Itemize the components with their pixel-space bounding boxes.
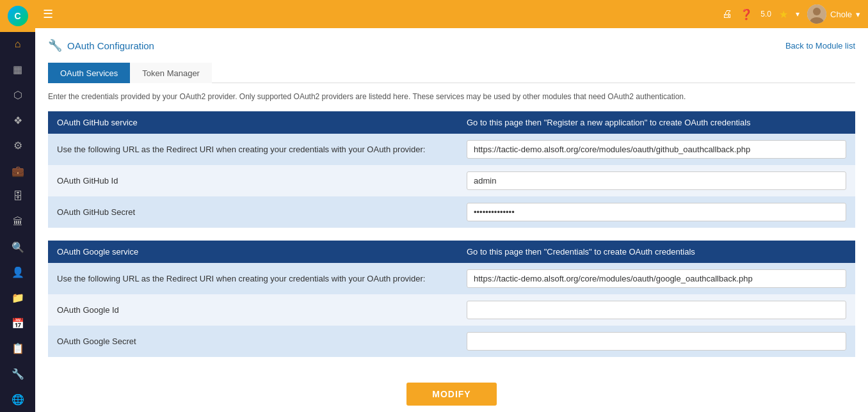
hamburger-icon[interactable]: ☰: [43, 7, 53, 21]
github-header-label: OAuth GitHub service: [48, 111, 458, 134]
github-secret-input[interactable]: [467, 203, 846, 221]
modify-button[interactable]: MODIFY: [406, 383, 496, 406]
tab-token-manager[interactable]: Token Manager: [130, 63, 212, 83]
header-left: ☰: [43, 7, 53, 21]
github-redirect-value-cell: [458, 134, 855, 165]
github-id-label: OAuth GitHub Id: [48, 165, 458, 196]
sidebar-item-globe[interactable]: 🌐: [0, 386, 35, 412]
header-right: 🖨 ❓ 5.0 ★ ▾ Chole ▾: [722, 4, 860, 24]
user-chevron-icon: ▾: [856, 10, 860, 19]
version-label: 5.0: [760, 10, 771, 19]
tab-oauth-services[interactable]: OAuth Services: [48, 63, 130, 83]
google-header-action: Go to this page then "Credentials" to cr…: [458, 241, 855, 263]
google-section-header: OAuth Google service Go to this page the…: [48, 241, 855, 263]
user-name: Chole: [830, 10, 852, 19]
button-area: MODIFY: [48, 370, 855, 412]
github-secret-label: OAuth GitHub Secret: [48, 196, 458, 228]
google-id-row: OAuth Google Id: [48, 294, 855, 326]
github-service-table: OAuth GitHub service Go to this page the…: [48, 111, 855, 228]
config-wrench-icon: 🔧: [48, 38, 62, 52]
github-section-header: OAuth GitHub service Go to this page the…: [48, 111, 855, 134]
google-redirect-value-cell: [458, 263, 855, 294]
github-secret-row: OAuth GitHub Secret: [48, 196, 855, 228]
google-redirect-row: Use the following URL as the Redirect UR…: [48, 263, 855, 294]
sidebar-item-dashboard[interactable]: ▦: [0, 57, 35, 83]
help-icon[interactable]: ❓: [740, 8, 753, 20]
google-id-label: OAuth Google Id: [48, 294, 458, 326]
user-menu[interactable]: Chole ▾: [807, 4, 860, 24]
avatar: [807, 4, 826, 24]
sidebar-item-user[interactable]: 👤: [0, 260, 35, 285]
sidebar-item-wrench[interactable]: 🔧: [0, 361, 35, 387]
app-logo: C: [8, 6, 28, 26]
github-redirect-input[interactable]: [467, 140, 846, 159]
chevron-down-icon[interactable]: ▾: [796, 10, 800, 19]
github-header-action: Go to this page then "Register a new app…: [458, 111, 855, 134]
google-redirect-input[interactable]: [467, 269, 846, 288]
google-secret-label: OAuth Google Secret: [48, 326, 458, 357]
back-to-module-link[interactable]: Back to Module list: [785, 41, 855, 51]
content-area: 🔧 OAuth Configuration Back to Module lis…: [35, 28, 868, 412]
github-id-row: OAuth GitHub Id: [48, 165, 855, 196]
google-secret-input[interactable]: [467, 332, 846, 351]
sidebar-item-package[interactable]: ⬡: [0, 83, 35, 108]
sidebar-item-home[interactable]: ⌂: [0, 32, 35, 58]
sidebar-item-briefcase[interactable]: 💼: [0, 159, 35, 184]
sidebar-item-tools[interactable]: ⚙: [0, 133, 35, 159]
github-redirect-row: Use the following URL as the Redirect UR…: [48, 134, 855, 165]
page-title-area: 🔧 OAuth Configuration: [48, 38, 154, 52]
sidebar: C ⌂ ▦ ⬡ ❖ ⚙ 💼 🗄 🏛 🔍 👤 📁 📅 📋 🔧 🌐: [0, 0, 35, 412]
logo-letter: C: [14, 11, 20, 21]
page-header: 🔧 OAuth Configuration Back to Module lis…: [48, 38, 855, 52]
svg-point-1: [813, 8, 821, 15]
github-redirect-label: Use the following URL as the Redirect UR…: [48, 134, 458, 165]
print-icon[interactable]: 🖨: [722, 8, 732, 20]
sidebar-item-layers[interactable]: ❖: [0, 107, 35, 133]
sidebar-item-folder[interactable]: 📁: [0, 285, 35, 311]
sidebar-item-database[interactable]: 🗄: [0, 184, 35, 209]
google-service-table: OAuth Google service Go to this page the…: [48, 241, 855, 357]
google-secret-value-cell: [458, 326, 855, 357]
sidebar-item-calendar[interactable]: 📅: [0, 310, 35, 336]
github-id-input[interactable]: [467, 171, 846, 190]
description-text: Enter the credentials provided by your O…: [48, 91, 855, 102]
sidebar-item-search[interactable]: 🔍: [0, 235, 35, 260]
main-wrapper: ☰ 🖨 ❓ 5.0 ★ ▾ Chole ▾: [35, 0, 868, 412]
page-title: OAuth Configuration: [67, 40, 154, 51]
logo-area: C: [0, 0, 35, 32]
tabs-bar: OAuth Services Token Manager: [48, 63, 855, 83]
star-icon[interactable]: ★: [779, 8, 788, 20]
google-header-label: OAuth Google service: [48, 241, 458, 263]
google-secret-row: OAuth Google Secret: [48, 326, 855, 357]
google-id-value-cell: [458, 294, 855, 326]
google-id-input[interactable]: [467, 301, 846, 319]
google-redirect-label: Use the following URL as the Redirect UR…: [48, 263, 458, 294]
sidebar-item-report[interactable]: 📋: [0, 336, 35, 361]
top-header: ☰ 🖨 ❓ 5.0 ★ ▾ Chole ▾: [35, 0, 868, 28]
sidebar-item-building[interactable]: 🏛: [0, 209, 35, 235]
github-id-value-cell: [458, 165, 855, 196]
github-secret-value-cell: [458, 196, 855, 228]
